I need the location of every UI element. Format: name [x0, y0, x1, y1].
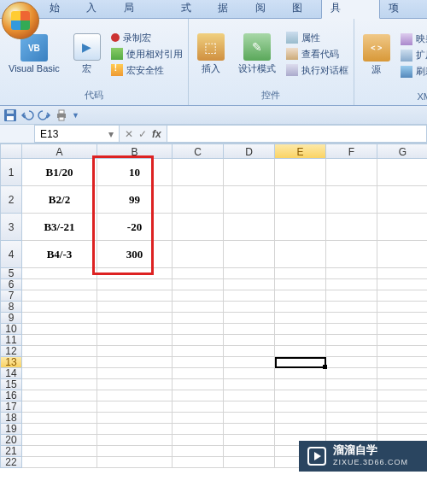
- cell-C14[interactable]: [173, 368, 224, 379]
- properties-button[interactable]: 属性: [284, 31, 350, 45]
- cell-A3[interactable]: B3/-21: [22, 214, 97, 241]
- cell-C3[interactable]: [173, 214, 224, 241]
- cell-G6[interactable]: [377, 279, 427, 290]
- refresh-data-button[interactable]: 刷新数据: [399, 64, 427, 79]
- visual-basic-button[interactable]: Visual Basic: [3, 32, 65, 75]
- cell-E12[interactable]: [275, 346, 326, 357]
- tab-插入[interactable]: 插入: [78, 0, 114, 18]
- cell-A5[interactable]: [22, 268, 97, 279]
- cell-B13[interactable]: [97, 357, 173, 368]
- cell-G2[interactable]: [377, 186, 427, 214]
- row-header-3[interactable]: 3: [0, 214, 22, 241]
- cell-B17[interactable]: [97, 401, 173, 413]
- tab-审阅[interactable]: 审阅: [247, 0, 284, 18]
- cell-B9[interactable]: [97, 313, 173, 324]
- cell-E6[interactable]: [275, 279, 326, 290]
- cell-F12[interactable]: [326, 346, 377, 357]
- cell-G17[interactable]: [377, 401, 427, 413]
- cell-C19[interactable]: [173, 424, 224, 435]
- cell-C16[interactable]: [173, 390, 224, 401]
- column-header-A[interactable]: A: [22, 144, 97, 159]
- cell-G4[interactable]: [377, 241, 427, 268]
- cell-A12[interactable]: [22, 346, 97, 357]
- cell-E1[interactable]: [275, 159, 326, 186]
- cell-D3[interactable]: [224, 214, 275, 241]
- cell-G8[interactable]: [377, 302, 427, 313]
- cell-C9[interactable]: [173, 313, 224, 324]
- cell-C12[interactable]: [173, 346, 224, 357]
- cell-A18[interactable]: [22, 413, 97, 424]
- cell-E13[interactable]: [275, 357, 326, 368]
- cell-C1[interactable]: [173, 159, 224, 186]
- tab-数据[interactable]: 数据: [209, 0, 246, 18]
- cell-A19[interactable]: [22, 424, 97, 435]
- cell-C8[interactable]: [173, 302, 224, 313]
- cell-F9[interactable]: [326, 313, 377, 324]
- source-button[interactable]: 源: [358, 32, 395, 78]
- column-header-B[interactable]: B: [97, 144, 173, 159]
- cell-E3[interactable]: [275, 214, 326, 241]
- cell-B2[interactable]: 99: [97, 186, 173, 214]
- cell-D1[interactable]: [224, 159, 275, 186]
- cell-A13[interactable]: [22, 357, 97, 368]
- cell-F18[interactable]: [326, 413, 377, 424]
- cell-B19[interactable]: [97, 424, 173, 435]
- office-button[interactable]: [2, 2, 39, 39]
- map-properties-button[interactable]: 映射属性: [399, 32, 427, 46]
- cell-B8[interactable]: [97, 302, 173, 313]
- cell-D17[interactable]: [224, 401, 275, 413]
- tab-开发工具[interactable]: 开发工具: [321, 0, 380, 19]
- cell-F10[interactable]: [326, 324, 377, 335]
- cell-B15[interactable]: [97, 379, 173, 390]
- cell-E18[interactable]: [275, 413, 326, 424]
- cell-C20[interactable]: [173, 435, 224, 446]
- cell-E17[interactable]: [275, 401, 326, 413]
- cell-B3[interactable]: -20: [97, 214, 173, 241]
- cell-A10[interactable]: [22, 324, 97, 335]
- cell-F16[interactable]: [326, 390, 377, 401]
- cell-E15[interactable]: [275, 379, 326, 390]
- cell-C17[interactable]: [173, 401, 224, 413]
- cell-D11[interactable]: [224, 335, 275, 346]
- cell-D7[interactable]: [224, 290, 275, 302]
- cell-B5[interactable]: [97, 268, 173, 279]
- cell-A1[interactable]: B1/20: [22, 159, 97, 186]
- cell-D15[interactable]: [224, 379, 275, 390]
- column-header-E[interactable]: E: [275, 144, 326, 159]
- cell-B6[interactable]: [97, 279, 173, 290]
- cell-G11[interactable]: [377, 335, 427, 346]
- cell-D13[interactable]: [224, 357, 275, 368]
- cell-F3[interactable]: [326, 214, 377, 241]
- cell-G15[interactable]: [377, 379, 427, 390]
- cell-A17[interactable]: [22, 401, 97, 413]
- cell-B14[interactable]: [97, 368, 173, 379]
- select-all-corner[interactable]: [0, 144, 22, 159]
- cell-B4[interactable]: 300: [97, 241, 173, 268]
- cell-B22[interactable]: [97, 457, 173, 468]
- cell-G7[interactable]: [377, 290, 427, 302]
- design-mode-button[interactable]: 设计模式: [233, 32, 281, 77]
- enter-formula-icon[interactable]: ✓: [138, 128, 147, 140]
- cell-F14[interactable]: [326, 368, 377, 379]
- cell-A8[interactable]: [22, 302, 97, 313]
- tab-开始[interactable]: 开始: [41, 0, 78, 18]
- cell-C6[interactable]: [173, 279, 224, 290]
- tab-页面布局[interactable]: 页面布局: [115, 0, 173, 18]
- cell-E7[interactable]: [275, 290, 326, 302]
- macro-security-button[interactable]: 宏安全性: [109, 63, 184, 78]
- macros-button[interactable]: 宏: [68, 32, 106, 77]
- use-relative-ref-button[interactable]: 使用相对引用: [109, 47, 184, 62]
- cell-C22[interactable]: [173, 457, 224, 468]
- cell-E2[interactable]: [275, 186, 326, 214]
- cell-C2[interactable]: [173, 186, 224, 214]
- cell-D14[interactable]: [224, 368, 275, 379]
- row-header-1[interactable]: 1: [0, 159, 22, 186]
- cell-F15[interactable]: [326, 379, 377, 390]
- cell-C11[interactable]: [173, 335, 224, 346]
- cell-G14[interactable]: [377, 368, 427, 379]
- cell-G16[interactable]: [377, 390, 427, 401]
- cell-D20[interactable]: [224, 435, 275, 446]
- cell-B12[interactable]: [97, 346, 173, 357]
- cell-A16[interactable]: [22, 390, 97, 401]
- cell-G13[interactable]: [377, 357, 427, 368]
